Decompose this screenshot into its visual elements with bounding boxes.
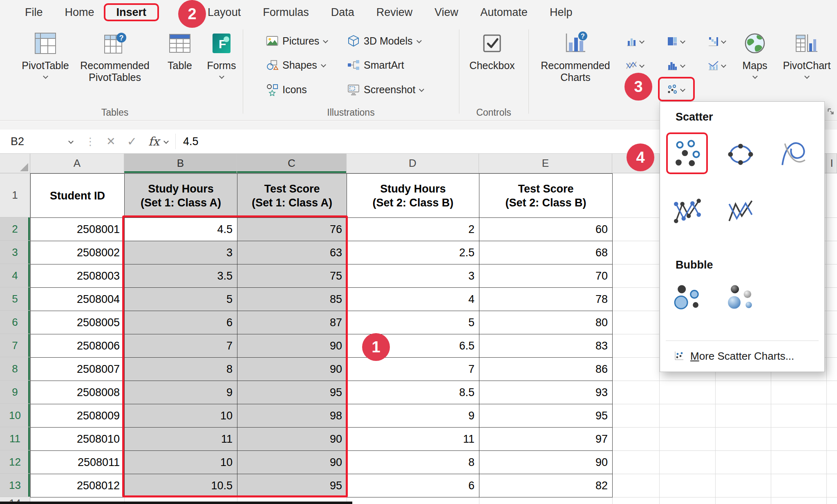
pictures-button[interactable]: Pictures [266, 34, 328, 48]
cell[interactable]: 2508005 [31, 311, 125, 334]
cell[interactable]: 68 [479, 241, 613, 264]
row-header-10[interactable]: 10 [0, 404, 30, 427]
header-cell[interactable]: Student ID [31, 174, 125, 218]
tab-automate[interactable]: Automate [469, 0, 539, 25]
header-cell[interactable]: Test Score(Set 2: Class B) [479, 174, 613, 218]
row-header-13[interactable]: 13 [0, 474, 30, 497]
cell[interactable]: 8 [347, 451, 479, 474]
3d-models-button[interactable]: 3D Models [347, 34, 422, 48]
charts-dialog-launcher[interactable] [826, 107, 835, 116]
cell[interactable]: 2508009 [31, 404, 125, 428]
header-cell[interactable]: Test Score(Set 1: Class A) [237, 174, 347, 218]
cell[interactable]: 2508002 [31, 241, 125, 264]
row-header-6[interactable]: 6 [0, 311, 30, 334]
tab-data[interactable]: Data [320, 0, 365, 25]
cell[interactable]: 6 [347, 474, 479, 497]
forms-button[interactable]: F Forms [201, 27, 242, 108]
cell[interactable]: 5 [347, 311, 479, 334]
shapes-button[interactable]: Shapes [266, 58, 326, 72]
header-cell[interactable]: Study Hours(Set 2: Class B) [347, 174, 479, 218]
cell[interactable]: 2508006 [31, 334, 125, 358]
scatter-smooth-option[interactable] [775, 135, 812, 172]
table-button[interactable]: Table [159, 27, 200, 108]
cell[interactable]: 2 [347, 218, 479, 241]
formula-chevron-icon[interactable] [163, 139, 169, 143]
scatter-smooth-markers-option[interactable] [722, 135, 759, 172]
row-header-5[interactable]: 5 [0, 287, 30, 311]
pivottable-button[interactable]: PivotTable [17, 27, 74, 108]
cell[interactable]: 2508003 [31, 264, 125, 288]
tab-review[interactable]: Review [365, 0, 424, 25]
tab-formulas[interactable]: Formulas [252, 0, 320, 25]
row-header-9[interactable]: 9 [0, 381, 30, 404]
cell[interactable]: 2508010 [31, 428, 125, 451]
cell[interactable]: 97 [479, 428, 613, 451]
cell[interactable]: 82 [479, 474, 613, 497]
row-header-2[interactable]: 2 [0, 217, 30, 241]
cell[interactable]: 2508001 [31, 218, 125, 241]
select-all-corner[interactable] [0, 154, 30, 173]
recommended-pivottables-button[interactable]: ? Recommended PivotTables [78, 27, 152, 108]
tab-insert[interactable]: Insert [105, 0, 158, 25]
column-header-a[interactable]: A [30, 154, 124, 173]
column-header-e[interactable]: E [479, 154, 612, 173]
cell[interactable]: 83 [479, 334, 613, 358]
insert-line-chart-button[interactable] [622, 56, 649, 75]
column-header-d[interactable]: D [347, 154, 479, 173]
name-box-chevron-icon[interactable] [68, 139, 74, 143]
insert-waterfall-chart-button[interactable] [703, 32, 730, 51]
tab-file[interactable]: File [14, 0, 54, 25]
maps-button[interactable]: Maps [732, 27, 777, 108]
cell[interactable]: 78 [479, 288, 613, 311]
column-header-b[interactable]: B [124, 154, 237, 173]
insert-hierarchy-chart-button[interactable] [662, 32, 689, 51]
cell[interactable]: 86 [479, 358, 613, 381]
row-header-4[interactable]: 4 [0, 264, 30, 287]
recommended-charts-button[interactable]: ? Recommended Charts [539, 27, 612, 108]
cell[interactable]: 90 [479, 451, 613, 474]
name-box[interactable]: B2 [0, 135, 80, 148]
formula-bar-drag-handle[interactable]: ⋮ [85, 135, 96, 148]
tab-view[interactable]: View [423, 0, 469, 25]
smartart-button[interactable]: SmartArt [347, 58, 404, 72]
cell[interactable]: 3 [347, 264, 479, 288]
cell[interactable]: 2508011 [31, 451, 125, 474]
enter-icon[interactable]: ✓ [127, 134, 137, 148]
row-header-11[interactable]: 11 [0, 427, 30, 450]
insert-column-chart-button[interactable] [622, 32, 649, 51]
insert-function-icon[interactable]: fx [148, 134, 159, 148]
cell[interactable]: 80 [479, 311, 613, 334]
row-header-3[interactable]: 3 [0, 241, 30, 264]
cell[interactable]: 95 [479, 404, 613, 428]
row-header-8[interactable]: 8 [0, 357, 30, 381]
cell[interactable]: 2508012 [31, 474, 125, 497]
cell[interactable]: 70 [479, 264, 613, 288]
insert-statistic-chart-button[interactable] [662, 56, 689, 75]
cell[interactable]: 11 [347, 428, 479, 451]
scatter-straight-option[interactable] [722, 193, 759, 229]
pivotchart-button[interactable]: PivotChart [779, 27, 835, 108]
screenshot-button[interactable]: Screenshot [347, 82, 424, 97]
insert-combo-chart-button[interactable] [703, 56, 730, 75]
bubble-3d-option[interactable] [722, 278, 759, 315]
tab-help[interactable]: Help [539, 0, 584, 25]
column-header-i[interactable]: I [826, 154, 837, 173]
scatter-straight-markers-option[interactable] [669, 193, 706, 229]
header-cell[interactable]: Study Hours(Set 1: Class A) [125, 174, 237, 218]
cell[interactable]: 7 [347, 358, 479, 381]
column-header-c[interactable]: C [237, 154, 347, 173]
more-scatter-charts-item[interactable]: More Scatter Charts... [664, 345, 821, 367]
row-header-1[interactable]: 1 [0, 173, 30, 217]
row-header-7[interactable]: 7 [0, 334, 30, 357]
row-header-12[interactable]: 12 [0, 450, 30, 474]
checkbox-button[interactable]: Checkbox [461, 27, 523, 108]
formula-bar-value[interactable]: 4.5 [183, 135, 199, 148]
bubble-option[interactable] [669, 278, 706, 315]
cell[interactable]: 2.5 [347, 241, 479, 264]
cell[interactable]: 93 [479, 381, 613, 404]
cell[interactable]: 8.5 [347, 381, 479, 404]
cell[interactable]: 9 [347, 404, 479, 428]
cell[interactable]: 60 [479, 218, 613, 241]
cell[interactable]: 4 [347, 288, 479, 311]
tab-home[interactable]: Home [54, 0, 105, 25]
